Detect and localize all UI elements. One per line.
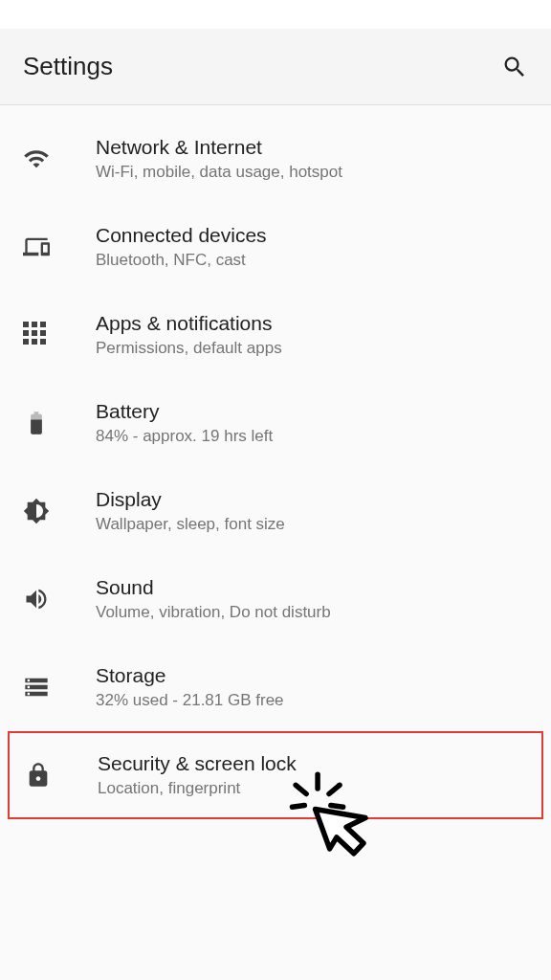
item-sub: Bluetooth, NFC, cast [96,251,528,270]
item-title: Storage [96,664,528,687]
settings-list: Network & Internet Wi-Fi, mobile, data u… [0,105,551,819]
item-sub: Wi-Fi, mobile, data usage, hotspot [96,163,528,182]
item-title: Display [96,488,528,511]
storage-icon [23,674,96,701]
wifi-icon [23,145,96,172]
svg-line-4 [331,805,343,807]
item-title: Connected devices [96,224,528,247]
item-sub: Location, fingerprint [98,779,526,798]
item-battery[interactable]: Battery 84% - approx. 19 hrs left [0,379,551,467]
item-title: Security & screen lock [98,752,526,775]
item-title: Battery [96,400,528,423]
item-title: Network & Internet [96,136,528,159]
search-icon [501,54,528,80]
devices-icon [23,234,96,260]
header: Settings [0,29,551,105]
item-sub: 84% - approx. 19 hrs left [96,427,528,446]
sound-icon [23,586,96,612]
item-sub: 32% used - 21.81 GB free [96,691,528,710]
item-sub: Permissions, default apps [96,339,528,358]
item-sound[interactable]: Sound Volume, vibration, Do not disturb [0,555,551,643]
item-display[interactable]: Display Wallpaper, sleep, font size [0,467,551,555]
page-title: Settings [23,52,113,81]
item-storage[interactable]: Storage 32% used - 21.81 GB free [0,643,551,731]
battery-icon [23,410,96,436]
brightness-icon [23,498,96,524]
lock-icon [25,762,98,789]
search-button[interactable] [501,54,528,80]
item-title: Apps & notifications [96,312,528,335]
item-sub: Volume, vibration, Do not disturb [96,603,528,622]
item-connected-devices[interactable]: Connected devices Bluetooth, NFC, cast [0,203,551,291]
svg-line-3 [293,805,305,807]
item-title: Sound [96,576,528,599]
item-sub: Wallpaper, sleep, font size [96,515,528,534]
item-security-screen-lock[interactable]: Security & screen lock Location, fingerp… [8,731,543,819]
item-network-internet[interactable]: Network & Internet Wi-Fi, mobile, data u… [0,115,551,203]
item-apps-notifications[interactable]: Apps & notifications Permissions, defaul… [0,291,551,379]
apps-icon [23,322,96,348]
